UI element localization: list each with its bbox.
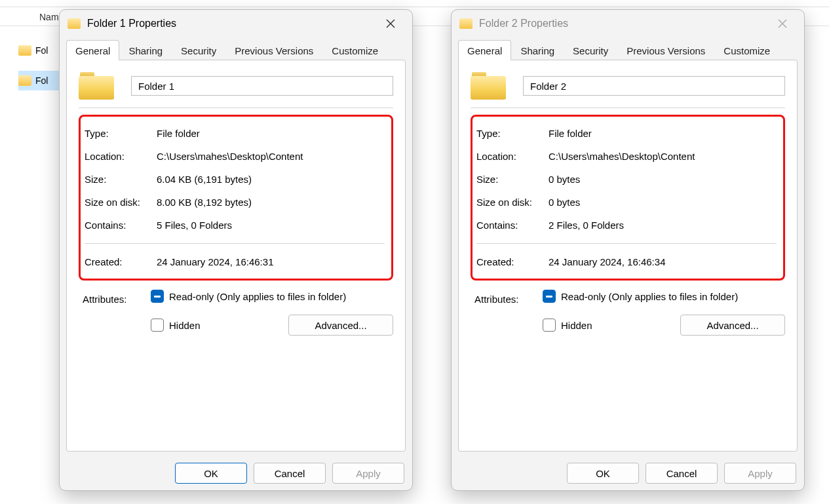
size-value: 6.04 KB (6,191 bytes) [157,174,385,185]
size-on-disk-value: 0 bytes [549,197,777,208]
size-on-disk-label: Size on disk: [476,197,549,208]
contains-label: Contains: [85,220,157,231]
folder-name-input[interactable] [523,76,785,96]
advanced-button[interactable]: Advanced... [288,315,393,336]
tab-security[interactable]: Security [172,40,225,60]
cancel-button[interactable]: Cancel [254,463,326,484]
size-label: Size: [476,174,549,185]
separator [471,107,785,108]
tab-general[interactable]: General [458,40,511,60]
ok-button[interactable]: OK [567,463,639,484]
attributes-label: Attributes: [471,290,543,336]
explorer-row[interactable]: Fol [18,41,64,60]
hidden-label: Hidden [169,320,201,331]
properties-dialog-folder1: Folder 1 Properties General Sharing Secu… [59,9,413,491]
folder-icon [18,45,31,56]
folder-icon [459,18,472,29]
apply-button[interactable]: Apply [332,463,404,484]
dialog-button-row: OK Cancel Apply [567,463,796,484]
dialog-button-row: OK Cancel Apply [175,463,404,484]
type-label: Type: [476,128,549,139]
tab-row: General Sharing Security Previous Versio… [452,37,804,60]
location-label: Location: [85,151,157,162]
location-label: Location: [476,151,549,162]
tab-sharing[interactable]: Sharing [511,40,564,60]
folder-large-icon [471,72,506,100]
location-value: C:\Users\mahes\Desktop\Content [157,151,385,162]
size-label: Size: [85,174,157,185]
folder-name-input[interactable] [131,76,393,96]
contains-label: Contains: [476,220,549,231]
type-label: Type: [85,128,157,139]
highlighted-details-box: Type:File folder Location:C:\Users\mahes… [471,115,785,281]
hidden-checkbox[interactable] [543,319,556,332]
tab-previous-versions[interactable]: Previous Versions [225,40,322,60]
separator [79,107,393,108]
ok-button[interactable]: OK [175,463,247,484]
column-name-header[interactable]: Nam [39,12,59,22]
highlighted-details-box: Type:File folder Location:C:\Users\mahes… [79,115,393,281]
folder-icon [18,75,31,86]
hidden-checkbox[interactable] [151,319,164,332]
close-icon [778,19,787,28]
tab-security[interactable]: Security [564,40,617,60]
size-on-disk-value: 8.00 KB (8,192 bytes) [157,197,385,208]
tab-customize[interactable]: Customize [322,40,387,60]
hidden-label: Hidden [561,320,592,331]
created-value: 24 January 2024, 16:46:31 [157,256,385,267]
explorer-row-selected[interactable]: Fol [18,71,64,90]
window-title: Folder 1 Properties [87,18,376,29]
window-title: Folder 2 Properties [479,18,767,29]
folder-large-icon [79,72,114,100]
tab-general[interactable]: General [66,40,119,60]
row-label: Fol [35,45,48,56]
type-value: File folder [549,128,777,139]
contains-value: 2 Files, 0 Folders [549,220,777,231]
tab-sharing[interactable]: Sharing [119,40,172,60]
apply-button[interactable]: Apply [724,463,796,484]
created-value: 24 January 2024, 16:46:34 [549,256,777,267]
advanced-button[interactable]: Advanced... [680,315,785,336]
contains-value: 5 Files, 0 Folders [157,220,385,231]
readonly-label: Read-only (Only applies to files in fold… [169,291,346,302]
properties-dialog-folder2: Folder 2 Properties General Sharing Secu… [451,9,805,491]
readonly-checkbox[interactable] [543,290,556,303]
size-value: 0 bytes [549,174,777,185]
readonly-checkbox[interactable] [151,290,164,303]
tab-previous-versions[interactable]: Previous Versions [617,40,714,60]
titlebar[interactable]: Folder 2 Properties [452,10,804,37]
size-on-disk-label: Size on disk: [85,197,157,208]
titlebar[interactable]: Folder 1 Properties [60,10,412,37]
row-label: Fol [35,75,48,86]
close-icon [386,19,395,28]
tab-page-general: Type:File folder Location:C:\Users\mahes… [458,60,798,452]
created-label: Created: [476,256,549,267]
readonly-label: Read-only (Only applies to files in fold… [561,291,738,302]
close-button[interactable] [767,13,798,34]
created-label: Created: [85,256,157,267]
tab-row: General Sharing Security Previous Versio… [60,37,412,60]
cancel-button[interactable]: Cancel [646,463,718,484]
tab-customize[interactable]: Customize [714,40,779,60]
separator [85,243,385,244]
location-value: C:\Users\mahes\Desktop\Content [549,151,777,162]
tab-page-general: Type:File folder Location:C:\Users\mahes… [66,60,406,452]
type-value: File folder [157,128,385,139]
separator [476,243,777,244]
close-button[interactable] [376,13,406,34]
attributes-label: Attributes: [79,290,151,336]
folder-icon [67,18,81,29]
